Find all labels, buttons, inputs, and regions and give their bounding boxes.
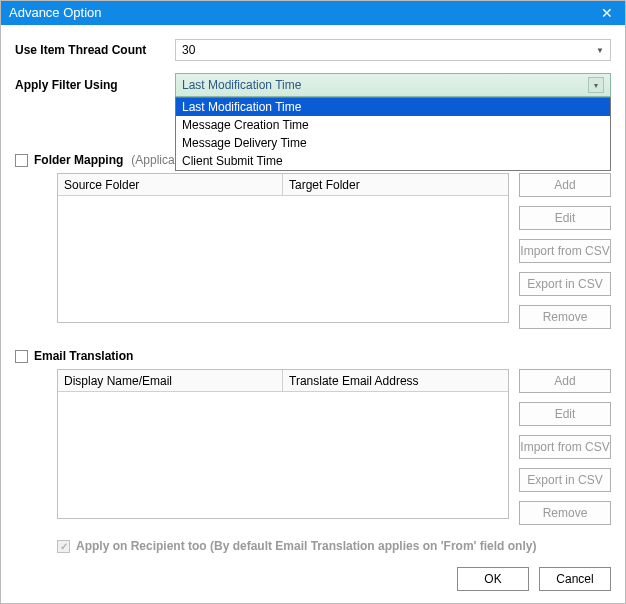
edit-button[interactable]: Edit: [519, 206, 611, 230]
folder-mapping-checkbox[interactable]: [15, 154, 28, 167]
cancel-button[interactable]: Cancel: [539, 567, 611, 591]
thread-count-value: 30: [182, 43, 195, 57]
email-translation-title: Email Translation: [34, 349, 133, 363]
grid-col-translate: Translate Email Address: [283, 370, 508, 391]
filter-select[interactable]: Last Modification Time ▾ Last Modificati…: [175, 73, 611, 97]
remove-button[interactable]: Remove: [519, 305, 611, 329]
filter-option[interactable]: Last Modification Time: [176, 98, 610, 116]
folder-mapping-body: Source Folder Target Folder Add Edit Imp…: [57, 173, 611, 329]
filter-select-box[interactable]: Last Modification Time ▾: [175, 73, 611, 97]
email-translation-buttons: Add Edit Import from CSV Export in CSV R…: [519, 369, 611, 525]
apply-recipient-label: Apply on Recipient too (By default Email…: [76, 539, 536, 553]
folder-mapping-buttons: Add Edit Import from CSV Export in CSV R…: [519, 173, 611, 329]
chevron-down-icon: ▼: [596, 46, 604, 55]
grid-col-display: Display Name/Email: [58, 370, 283, 391]
email-translation-checkbox[interactable]: [15, 350, 28, 363]
grid-header: Display Name/Email Translate Email Addre…: [58, 370, 508, 392]
filter-label: Apply Filter Using: [15, 78, 175, 92]
grid-col-target: Target Folder: [283, 174, 508, 195]
email-translation-grid[interactable]: Display Name/Email Translate Email Addre…: [57, 369, 509, 519]
footer: OK Cancel: [457, 567, 611, 591]
close-icon[interactable]: ✕: [597, 1, 617, 25]
import-csv-button[interactable]: Import from CSV: [519, 239, 611, 263]
thread-count-row: Use Item Thread Count 30 ▼: [15, 39, 611, 61]
email-translation-header: Email Translation: [15, 349, 611, 363]
grid-col-source: Source Folder: [58, 174, 283, 195]
export-csv-button[interactable]: Export in CSV: [519, 468, 611, 492]
folder-mapping-grid[interactable]: Source Folder Target Folder: [57, 173, 509, 323]
titlebar: Advance Option ✕: [1, 1, 625, 25]
remove-button[interactable]: Remove: [519, 501, 611, 525]
thread-count-label: Use Item Thread Count: [15, 43, 175, 57]
content-area: Use Item Thread Count 30 ▼ Apply Filter …: [1, 25, 625, 563]
email-translation-body: Display Name/Email Translate Email Addre…: [57, 369, 611, 525]
filter-row: Apply Filter Using Last Modification Tim…: [15, 73, 611, 97]
export-csv-button[interactable]: Export in CSV: [519, 272, 611, 296]
apply-recipient-checkbox[interactable]: ✓: [57, 540, 70, 553]
filter-dropdown: Last Modification Time Message Creation …: [175, 97, 611, 171]
ok-button[interactable]: OK: [457, 567, 529, 591]
import-csv-button[interactable]: Import from CSV: [519, 435, 611, 459]
apply-recipient-row: ✓ Apply on Recipient too (By default Ema…: [57, 539, 611, 553]
thread-count-select[interactable]: 30 ▼: [175, 39, 611, 61]
folder-mapping-title: Folder Mapping: [34, 153, 123, 167]
edit-button[interactable]: Edit: [519, 402, 611, 426]
filter-selected-value: Last Modification Time: [182, 78, 301, 92]
chevron-down-icon[interactable]: ▾: [588, 77, 604, 93]
add-button[interactable]: Add: [519, 173, 611, 197]
grid-header: Source Folder Target Folder: [58, 174, 508, 196]
add-button[interactable]: Add: [519, 369, 611, 393]
filter-option[interactable]: Message Creation Time: [176, 116, 610, 134]
window-title: Advance Option: [9, 1, 102, 25]
filter-option[interactable]: Client Submit Time: [176, 152, 610, 170]
filter-option[interactable]: Message Delivery Time: [176, 134, 610, 152]
